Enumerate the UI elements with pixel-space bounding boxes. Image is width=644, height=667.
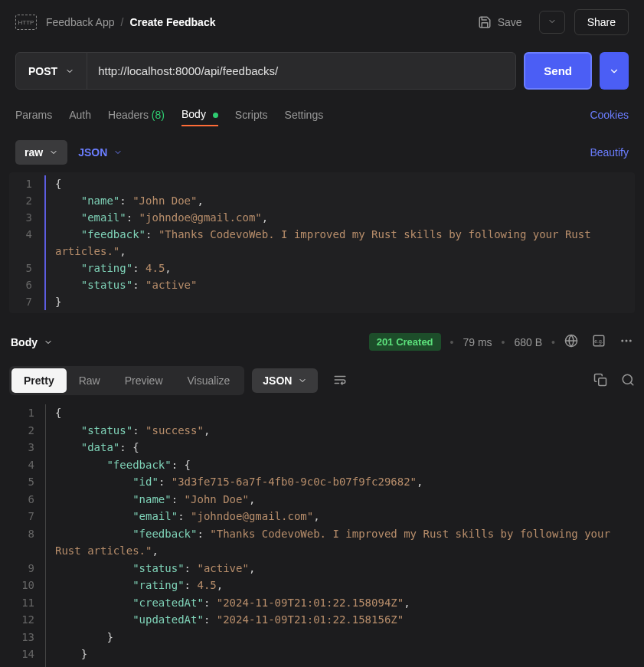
beautify-button[interactable]: Beautify — [590, 146, 629, 159]
request-body-editor[interactable]: 1{2 "name": "John Doe",3 "email": "johnd… — [9, 172, 635, 313]
svg-line-11 — [630, 382, 633, 384]
response-body-viewer[interactable]: 1{2 "status": "success",3 "data": {4 "fe… — [9, 404, 635, 667]
response-header: Body 201 Created • 79 ms • 680 B • e.g. — [0, 324, 644, 360]
tab-body-label: Body — [181, 108, 206, 120]
globe-icon[interactable] — [564, 334, 578, 350]
tab-params[interactable]: Params — [15, 104, 52, 126]
wrap-icon[interactable] — [325, 367, 355, 395]
resp-format-select[interactable]: JSON — [252, 368, 318, 393]
url-bar: POST — [15, 52, 516, 90]
resp-tab-pretty[interactable]: Pretty — [11, 368, 67, 393]
tab-headers-count: (8) — [152, 109, 165, 121]
chevron-down-icon — [113, 148, 123, 157]
response-view-tabs: Pretty Raw Preview Visualize JSON — [0, 360, 644, 401]
svg-point-4 — [622, 340, 623, 342]
body-indicator-dot — [213, 113, 218, 118]
save-dropdown[interactable] — [539, 11, 565, 34]
response-body-label: Body — [11, 336, 38, 348]
svg-point-5 — [626, 340, 627, 342]
body-type-select[interactable]: raw — [15, 140, 67, 165]
body-options: raw JSON Beautify — [0, 132, 644, 172]
svg-rect-9 — [599, 378, 606, 385]
tab-headers[interactable]: Headers (8) — [108, 104, 165, 126]
chevron-down-icon — [49, 148, 58, 157]
search-icon[interactable] — [621, 373, 635, 389]
method-select[interactable]: POST — [16, 53, 87, 89]
chevron-down-icon — [65, 67, 74, 76]
resp-tab-preview[interactable]: Preview — [113, 368, 175, 393]
save-label: Save — [498, 16, 522, 28]
status-badge: 201 Created — [369, 333, 441, 351]
tab-body[interactable]: Body — [181, 103, 218, 126]
copy-icon[interactable] — [593, 373, 607, 389]
more-icon[interactable] — [619, 334, 633, 350]
response-size: 680 B — [515, 336, 543, 348]
tab-scripts[interactable]: Scripts — [235, 104, 268, 126]
response-body-select[interactable]: Body — [11, 336, 53, 348]
save-button[interactable]: Save — [470, 11, 530, 34]
response-time: 79 ms — [463, 336, 492, 348]
request-tabs: Params Auth Headers (8) Body Scripts Set… — [0, 97, 644, 132]
breadcrumb-sep: / — [121, 16, 124, 28]
svg-point-6 — [630, 340, 632, 342]
cookies-link[interactable]: Cookies — [590, 109, 629, 121]
resp-tab-visualize[interactable]: Visualize — [175, 368, 243, 393]
share-button[interactable]: Share — [574, 9, 629, 35]
breadcrumb-app[interactable]: Feedback App — [46, 16, 115, 28]
json-label: JSON — [78, 146, 107, 159]
url-row: POST Send — [0, 44, 644, 97]
send-dropdown[interactable] — [600, 52, 629, 90]
resp-tab-raw[interactable]: Raw — [67, 368, 113, 393]
save-icon — [478, 15, 492, 29]
tab-settings[interactable]: Settings — [285, 104, 324, 126]
send-button[interactable]: Send — [524, 52, 592, 90]
breadcrumb: Feedback App / Create Feedback — [46, 16, 461, 28]
chevron-down-icon — [548, 17, 557, 26]
raw-label: raw — [25, 146, 43, 159]
body-format-select[interactable]: JSON — [78, 146, 123, 159]
url-input[interactable] — [87, 53, 515, 89]
resp-json-label: JSON — [263, 374, 292, 387]
method-label: POST — [28, 65, 57, 77]
example-icon[interactable]: e.g. — [592, 334, 606, 350]
tab-headers-label: Headers — [108, 109, 149, 121]
app-header: HTTP Feedback App / Create Feedback Save… — [0, 0, 644, 44]
chevron-down-icon — [609, 66, 619, 77]
svg-text:e.g.: e.g. — [594, 338, 603, 345]
chevron-down-icon — [44, 338, 53, 347]
chevron-down-icon — [298, 376, 307, 385]
http-icon: HTTP — [15, 15, 37, 30]
breadcrumb-page: Create Feedback — [129, 16, 215, 28]
tab-auth[interactable]: Auth — [69, 104, 91, 126]
